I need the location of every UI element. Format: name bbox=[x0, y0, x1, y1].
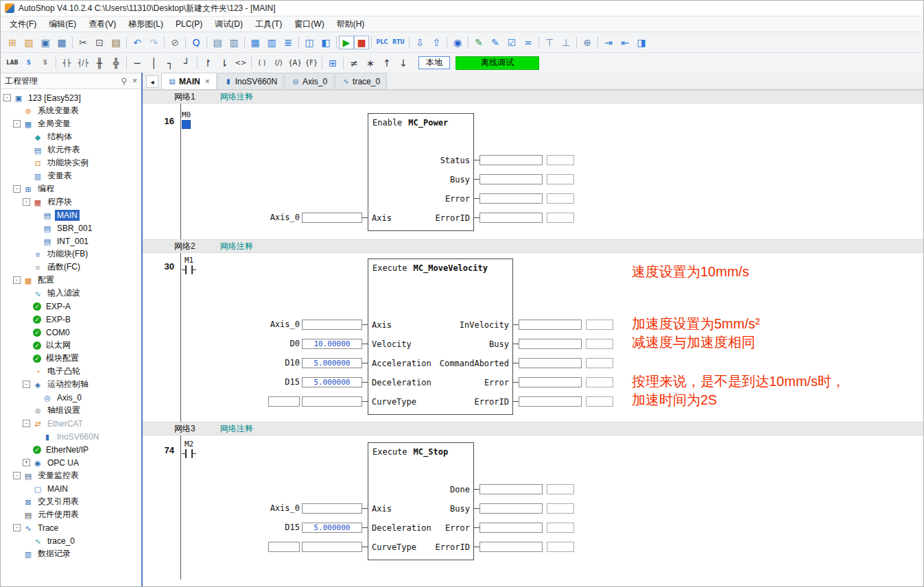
tree-item-watch-tables[interactable]: -▤变量监控表 bbox=[1, 469, 141, 482]
parallel-contact-nc-button[interactable]: ╬ bbox=[108, 55, 124, 71]
output-invelocity-aux-box[interactable] bbox=[586, 320, 613, 330]
network-comment[interactable]: 网络注释 bbox=[220, 423, 253, 435]
program-edit-button[interactable]: ✎ bbox=[487, 34, 504, 51]
expand-icon[interactable]: + bbox=[23, 459, 30, 466]
tree-item-trace-0[interactable]: ∿trace_0 bbox=[1, 534, 141, 547]
value-box-axis[interactable] bbox=[302, 320, 362, 330]
stop-button[interactable]: ■ bbox=[354, 36, 369, 49]
menu-item-0[interactable]: 文件(F) bbox=[3, 16, 43, 32]
operand-axis_0[interactable]: Axis_0 bbox=[270, 503, 300, 513]
station-setup-button[interactable]: ⊕ bbox=[579, 34, 595, 51]
edge-falling-button[interactable]: ⇂ bbox=[216, 55, 233, 71]
output-error-aux-box[interactable] bbox=[547, 193, 574, 204]
network-comment[interactable]: 网络注释 bbox=[220, 91, 253, 103]
output-errorid-aux-box[interactable] bbox=[586, 396, 613, 407]
value-box-velocity[interactable]: 10.00000 bbox=[302, 339, 362, 349]
output-busy-box[interactable] bbox=[479, 174, 543, 184]
export-button[interactable]: ⇤ bbox=[617, 34, 633, 51]
tree-item-com0[interactable]: ✓COM0 bbox=[1, 326, 141, 339]
tab-scroll-left-button[interactable]: ◂ bbox=[146, 75, 158, 88]
tab-inosv660n[interactable]: ▮InoSV660N bbox=[217, 73, 284, 89]
upload-from-plc-button[interactable]: ⇧ bbox=[428, 34, 445, 51]
menu-item-1[interactable]: 编辑(E) bbox=[43, 16, 82, 32]
value-box-deceleration[interactable]: 5.000000 bbox=[302, 377, 362, 387]
coil-output-button[interactable]: ( ) bbox=[254, 55, 270, 71]
collapse-icon[interactable]: - bbox=[13, 472, 21, 479]
ladder-symbols-button[interactable]: ≣ bbox=[280, 34, 296, 51]
output-busy-aux-box[interactable] bbox=[547, 503, 574, 514]
tree-item-functions[interactable]: ≡函数(FC) bbox=[1, 261, 141, 274]
parallel-contact-no-button[interactable]: ╫ bbox=[91, 55, 108, 71]
device-scan-button[interactable]: ◉ bbox=[449, 34, 466, 51]
output-status-aux-box[interactable] bbox=[547, 155, 574, 165]
open-project-button[interactable]: ▨ bbox=[21, 34, 37, 51]
window-split-button[interactable]: ◫ bbox=[301, 34, 318, 51]
tree-item-ethercat[interactable]: -⇄EtherCAT bbox=[1, 417, 141, 430]
tree-item-project-root[interactable]: -▣123 [Easy523] bbox=[1, 91, 141, 104]
menu-item-3[interactable]: 梯形图(L) bbox=[122, 16, 169, 32]
find-button[interactable]: Q bbox=[188, 34, 204, 51]
operand-empty-box[interactable] bbox=[268, 542, 300, 552]
line-vertical-button[interactable]: │ bbox=[145, 55, 162, 71]
tree-item-axis-group-settings[interactable]: ⊛轴组设置 bbox=[1, 404, 141, 417]
output-commandaborted-aux-box[interactable] bbox=[586, 358, 613, 368]
compare-contact-button[interactable]: <> bbox=[233, 55, 249, 71]
tree-item-device-table[interactable]: ▤软元件表 bbox=[1, 143, 141, 156]
tree-item-data-log[interactable]: ▥数据记录 bbox=[1, 547, 141, 560]
program-compare-button[interactable]: ≍ bbox=[520, 34, 536, 51]
value-box-acceleration[interactable]: 5.000000 bbox=[302, 358, 362, 368]
grid-toggle-button[interactable]: ⊞ bbox=[324, 55, 341, 71]
new-project-button[interactable]: ⊞ bbox=[4, 34, 21, 51]
arrow-down-button[interactable]: ↓ bbox=[395, 55, 412, 71]
tree-item-exp-a[interactable]: ✓EXP-A bbox=[1, 300, 141, 313]
label-tool-button[interactable]: LAB bbox=[4, 55, 21, 71]
plc-mode-button[interactable]: PLC bbox=[374, 34, 390, 51]
menu-item-5[interactable]: 调试(D) bbox=[209, 16, 249, 32]
line-corner-down-button[interactable]: ┘ bbox=[178, 55, 195, 71]
tree-item-programming[interactable]: -⊞编程 bbox=[1, 182, 141, 195]
not-equal-button[interactable]: ≠ bbox=[346, 55, 362, 71]
ladder-list-button[interactable]: ▥ bbox=[263, 34, 280, 51]
close-panel-icon[interactable]: × bbox=[132, 77, 137, 85]
tree-item-system-var-table[interactable]: ⊛系统变量表 bbox=[1, 104, 141, 117]
tab-main[interactable]: ▤MAIN× bbox=[161, 73, 217, 89]
menu-item-2[interactable]: 查看(V) bbox=[82, 16, 122, 32]
save-button[interactable]: ▣ bbox=[37, 34, 54, 51]
function-block-tool-button[interactable]: {F} bbox=[303, 55, 320, 71]
save-all-button[interactable]: ▦ bbox=[54, 34, 70, 51]
tree-item-main-program[interactable]: ▤MAIN bbox=[1, 208, 141, 221]
ladder-table-button[interactable]: ▦ bbox=[247, 34, 263, 51]
collapse-icon[interactable]: - bbox=[13, 276, 21, 284]
local-mode-button[interactable]: 本地 bbox=[418, 56, 450, 69]
copy-button[interactable]: ⊡ bbox=[91, 34, 108, 51]
rtu-mode-button[interactable]: RTU bbox=[390, 34, 407, 51]
align-top-button[interactable]: ⊤ bbox=[541, 34, 558, 51]
output-done-box[interactable] bbox=[479, 484, 543, 494]
menu-item-6[interactable]: 工具(T) bbox=[249, 16, 288, 32]
output-busy-box[interactable] bbox=[519, 339, 582, 349]
print-button[interactable]: ▤ bbox=[209, 34, 226, 51]
tree-item-element-usage[interactable]: ▤元件使用表 bbox=[1, 508, 141, 521]
value-box-curvetype[interactable] bbox=[302, 396, 362, 407]
output-error-aux-box[interactable] bbox=[547, 523, 574, 533]
undo-button[interactable]: ↶ bbox=[129, 34, 145, 51]
monitor-edit-button[interactable]: ✎ bbox=[471, 34, 487, 51]
line-horizontal-button[interactable]: ─ bbox=[129, 55, 145, 71]
output-errorid-box[interactable] bbox=[479, 213, 543, 223]
collapse-icon[interactable]: - bbox=[13, 524, 21, 531]
paste-button[interactable]: ▤ bbox=[108, 34, 124, 51]
tree-item-inosv660n[interactable]: ▮InoSV660N bbox=[1, 430, 141, 443]
wire-junction-button[interactable]: ∗ bbox=[362, 55, 379, 71]
tree-item-ethernet[interactable]: ✓以太网 bbox=[1, 339, 141, 352]
tree-item-function-blocks[interactable]: ≡功能块(FB) bbox=[1, 248, 141, 261]
run-button[interactable]: ▶ bbox=[339, 36, 354, 49]
fb-mc-movevelocity[interactable]: ExecuteMC_MoveVelocityAxisInVelocityVelo… bbox=[368, 259, 513, 415]
output-busy-aux-box[interactable] bbox=[547, 174, 574, 184]
output-error-box[interactable] bbox=[479, 523, 543, 533]
tree-item-motion-axes[interactable]: -◈运动控制轴 bbox=[1, 378, 141, 391]
menu-item-8[interactable]: 帮助(H) bbox=[331, 16, 371, 32]
sfc-end-button[interactable]: S bbox=[37, 55, 54, 71]
redo-button[interactable]: ↷ bbox=[145, 34, 162, 51]
output-status-box[interactable] bbox=[479, 155, 543, 165]
tab-trace-0[interactable]: ∿trace_0 bbox=[335, 73, 387, 89]
